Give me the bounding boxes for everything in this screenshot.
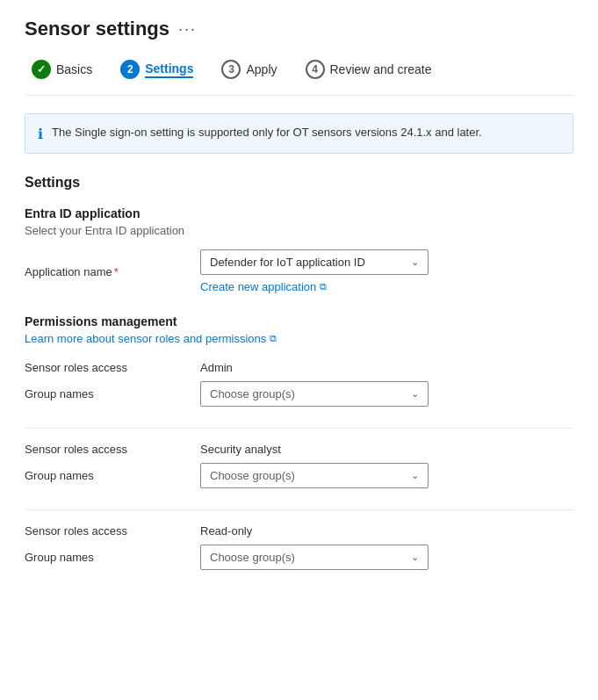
app-name-row: Application name* Defender for IoT appli… [25,249,573,293]
app-name-label: Application name* [25,265,200,278]
step-apply[interactable]: 3 Apply [214,56,284,83]
chevron-down-icon-2: ⌄ [411,552,419,563]
step-apply-label: Apply [246,62,277,76]
entra-id-description: Select your Entra ID application [25,224,573,237]
chevron-down-icon-1: ⌄ [411,470,419,481]
learn-more-link[interactable]: Learn more about sensor roles and permis… [25,332,573,345]
sensor-roles-value-1: Security analyst [200,443,281,456]
entra-id-subsection: Entra ID application Select your Entra I… [25,206,573,293]
role-block-1: Sensor roles access Security analyst Gro… [25,443,573,510]
step-settings-circle: 2 [120,60,140,79]
step-basics[interactable]: ✓ Basics [25,56,99,83]
group-names-dropdown-1[interactable]: Choose group(s) ⌄ [200,463,429,488]
info-icon: ℹ [38,126,43,142]
page-title: Sensor settings [25,18,169,40]
group-names-row-0: Group names Choose group(s) ⌄ [25,381,573,407]
sensor-roles-row-0: Sensor roles access Admin [25,361,573,374]
role-blocks-container: Sensor roles access Admin Group names Ch… [25,361,573,591]
app-name-control-area: Defender for IoT application ID ⌄ Create… [200,249,573,293]
sensor-roles-label-1: Sensor roles access [25,443,200,456]
role-block-2: Sensor roles access Read-only Group name… [25,524,573,591]
group-names-row-1: Group names Choose group(s) ⌄ [25,463,573,488]
step-review[interactable]: 4 Review and create [299,56,439,83]
wizard-steps: ✓ Basics 2 Settings 3 Apply 4 Review and… [25,56,573,96]
entra-id-title: Entra ID application [25,206,573,220]
step-settings[interactable]: 2 Settings [113,56,200,83]
sensor-roles-row-2: Sensor roles access Read-only [25,524,573,538]
info-banner: ℹ The Single sign-on setting is supporte… [25,113,573,154]
sensor-roles-row-1: Sensor roles access Security analyst [25,443,573,456]
section-title: Settings [25,175,573,191]
chevron-down-icon: ⌄ [411,256,419,268]
create-new-application-link[interactable]: Create new application ⧉ [200,280,573,293]
role-block-0: Sensor roles access Admin Group names Ch… [25,361,573,429]
chevron-down-icon-0: ⌄ [411,388,419,400]
banner-text: The Single sign-on setting is supported … [52,125,482,141]
sensor-roles-value-2: Read-only [200,524,252,538]
step-review-label: Review and create [330,62,432,76]
sensor-roles-label-2: Sensor roles access [25,524,200,538]
step-settings-label: Settings [145,61,193,78]
group-names-placeholder-2: Choose group(s) [210,551,295,564]
step-basics-label: Basics [56,62,92,76]
sensor-roles-label-0: Sensor roles access [25,361,200,374]
step-review-circle: 4 [306,60,325,79]
group-names-label-0: Group names [25,387,200,401]
learn-link-text: Learn more about sensor roles and permis… [25,332,266,345]
external-link-icon: ⧉ [320,281,327,292]
required-indicator: * [114,265,119,278]
group-names-placeholder-1: Choose group(s) [210,469,295,482]
learn-external-link-icon: ⧉ [270,333,277,344]
permissions-section: Permissions management Learn more about … [25,314,573,591]
group-names-dropdown-0[interactable]: Choose group(s) ⌄ [200,381,429,407]
create-link-text: Create new application [200,280,316,293]
group-names-row-2: Group names Choose group(s) ⌄ [25,545,573,570]
group-names-dropdown-2[interactable]: Choose group(s) ⌄ [200,545,429,570]
sensor-roles-value-0: Admin [200,361,233,374]
group-names-label-2: Group names [25,551,200,564]
app-name-dropdown[interactable]: Defender for IoT application ID ⌄ [200,249,429,275]
permissions-title: Permissions management [25,314,573,328]
step-basics-circle: ✓ [32,60,51,79]
group-names-label-1: Group names [25,469,200,482]
page-header: Sensor settings ··· [25,18,573,40]
step-apply-circle: 3 [221,60,241,79]
app-name-dropdown-value: Defender for IoT application ID [210,256,365,269]
group-names-placeholder-0: Choose group(s) [210,387,295,401]
more-options-icon[interactable]: ··· [178,20,197,39]
